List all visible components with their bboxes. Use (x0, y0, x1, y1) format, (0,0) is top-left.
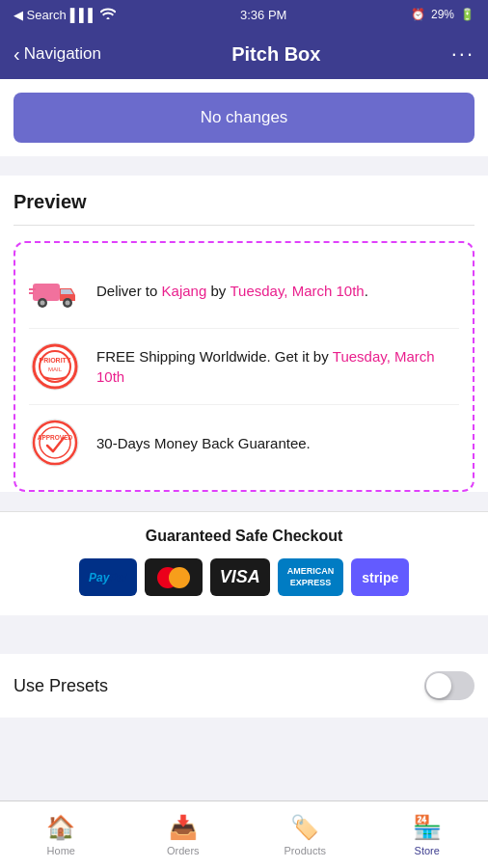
tab-home-label: Home (47, 845, 75, 856)
bottom-pad (0, 718, 488, 795)
store-icon: 🏪 (413, 814, 442, 841)
status-bar: ◀ Search ▌▌▌ 3:36 PM ⏰ 29% 🔋 (0, 0, 488, 29)
svg-text:PRIORITY: PRIORITY (39, 357, 70, 364)
svg-point-13 (32, 420, 78, 466)
shipping-row: PRIORITY MAIL FREE Shipping Worldwide. G… (29, 329, 459, 405)
status-battery-pct: 29% (431, 8, 454, 21)
spacer-2 (0, 635, 488, 654)
nav-title: Pitch Box (231, 43, 320, 66)
back-label: Navigation (24, 44, 101, 64)
checkout-title: Guaranteed Safe Checkout (14, 528, 474, 545)
status-battery-icon: 🔋 (460, 8, 474, 21)
preview-card: Deliver to Kajang by Tuesday, March 10th… (14, 241, 474, 492)
more-options-button[interactable]: ··· (451, 41, 474, 67)
status-search: ◀ Search (14, 8, 67, 22)
status-time: 3:36 PM (240, 8, 286, 22)
nav-bar: ‹ Navigation Pitch Box ··· (0, 29, 488, 79)
moneyback-text: 30-Days Money Back Guarantee. (96, 433, 311, 453)
mastercard-badge (145, 558, 203, 596)
shipping-text: FREE Shipping Worldwide. Get it by Tuesd… (96, 346, 459, 387)
truck-icon (29, 264, 81, 316)
priority-icon: PRIORITY MAIL (29, 340, 81, 393)
tab-orders[interactable]: 📥 Orders (122, 801, 245, 868)
delivery-text: Deliver to Kajang by Tuesday, March 10th… (96, 281, 368, 301)
tab-home[interactable]: 🏠 Home (0, 801, 122, 868)
back-button[interactable]: ‹ Navigation (14, 43, 101, 66)
divider-1 (0, 156, 488, 176)
preview-divider (14, 225, 474, 226)
svg-rect-1 (33, 284, 60, 301)
use-presets-section: Use Presets (0, 654, 488, 718)
svg-text:APPROVED: APPROVED (38, 434, 73, 441)
svg-text:MAIL: MAIL (48, 366, 63, 372)
tab-store-label: Store (415, 845, 440, 856)
moneyback-row: APPROVED 30-Days Money Back Guarantee. (29, 405, 459, 480)
tab-products[interactable]: 🏷️ Products (244, 801, 366, 868)
use-presets-label: Use Presets (14, 676, 108, 696)
status-alarm: ⏰ (411, 8, 425, 21)
back-chevron-icon: ‹ (14, 43, 20, 66)
preview-section: Preview (0, 176, 488, 492)
tab-orders-label: Orders (167, 845, 200, 856)
status-wifi (100, 8, 116, 22)
status-signal: ▌▌▌ (70, 8, 97, 22)
tab-bar: 🏠 Home 📥 Orders 🏷️ Products 🏪 Store (0, 800, 488, 868)
preview-title: Preview (14, 191, 474, 213)
no-changes-section: No changes (0, 79, 488, 156)
checkout-section: Guaranteed Safe Checkout PayPal VISA AME… (0, 511, 488, 615)
amex-badge: AMERICANEXPRESS (278, 558, 344, 596)
use-presets-toggle[interactable] (424, 671, 474, 700)
spacer-1 (0, 615, 488, 635)
visa-badge: VISA (210, 558, 270, 596)
orders-icon: 📥 (169, 814, 198, 841)
paypal-badge: PayPal (79, 558, 137, 596)
toggle-knob (426, 673, 451, 698)
tab-store[interactable]: 🏪 Store (366, 801, 489, 868)
home-icon: 🏠 (46, 814, 75, 841)
products-icon: 🏷️ (290, 814, 319, 841)
no-changes-button[interactable]: No changes (14, 93, 474, 143)
payment-badges: PayPal VISA AMERICANEXPRESS stripe (14, 558, 474, 596)
svg-point-5 (66, 301, 70, 306)
stripe-badge: stripe (351, 558, 409, 596)
approved-icon: APPROVED (29, 417, 81, 469)
tab-products-label: Products (285, 845, 326, 856)
delivery-row: Deliver to Kajang by Tuesday, March 10th… (29, 253, 459, 329)
svg-point-3 (41, 301, 45, 306)
